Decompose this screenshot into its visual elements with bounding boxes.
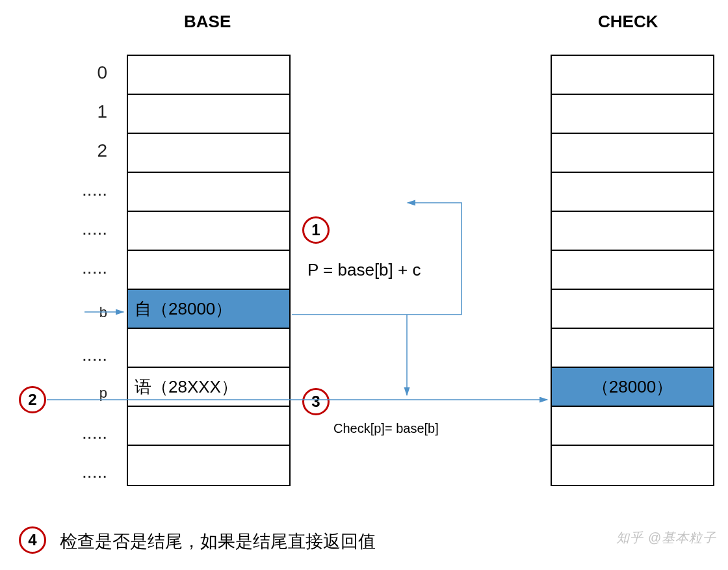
base-cell bbox=[128, 446, 289, 485]
formula-p: P = base[b] + c bbox=[307, 260, 421, 280]
check-cell bbox=[552, 329, 713, 368]
base-cell bbox=[128, 56, 289, 95]
idx-label: 1 bbox=[68, 101, 107, 122]
idx-label-p: p bbox=[68, 385, 107, 402]
base-cell bbox=[128, 407, 289, 446]
step-4-circle: 4 bbox=[19, 526, 46, 554]
base-cell bbox=[128, 251, 289, 290]
idx-label-b: b bbox=[68, 304, 107, 321]
idx-label: 2 bbox=[68, 140, 107, 161]
idx-label: 0 bbox=[68, 62, 107, 83]
idx-label: ..... bbox=[68, 344, 107, 365]
footer-text: 检查是否是结尾，如果是结尾直接返回值 bbox=[60, 530, 376, 553]
check-cell bbox=[552, 446, 713, 485]
base-cell bbox=[128, 212, 289, 251]
idx-label: ..... bbox=[68, 422, 107, 443]
check-cell bbox=[552, 212, 713, 251]
step-2-circle: 2 bbox=[19, 386, 46, 413]
check-cell bbox=[552, 173, 713, 212]
check-array: （28000） bbox=[551, 55, 714, 486]
base-cell-b: 自（28000） bbox=[128, 290, 289, 329]
check-cell-p: （28000） bbox=[552, 368, 713, 407]
check-cell bbox=[552, 407, 713, 446]
base-cell bbox=[128, 95, 289, 134]
idx-label: ..... bbox=[68, 461, 107, 482]
base-cell bbox=[128, 134, 289, 173]
check-cell bbox=[552, 251, 713, 290]
base-heading: BASE bbox=[184, 12, 231, 32]
idx-label: ..... bbox=[68, 179, 107, 200]
base-cell bbox=[128, 329, 289, 368]
base-cell-p: 语（28XXX） bbox=[128, 368, 289, 407]
base-array: 自（28000） 语（28XXX） bbox=[127, 55, 291, 486]
check-cell bbox=[552, 95, 713, 134]
base-cell bbox=[128, 173, 289, 212]
check-cell bbox=[552, 134, 713, 173]
check-cell bbox=[552, 56, 713, 95]
check-cell bbox=[552, 290, 713, 329]
check-heading: CHECK bbox=[598, 12, 658, 32]
step-3-circle: 3 bbox=[302, 388, 330, 415]
watermark: 知乎 @基本粒子 bbox=[616, 529, 716, 547]
step-1-circle: 1 bbox=[302, 216, 330, 244]
idx-label: ..... bbox=[68, 218, 107, 239]
idx-label: ..... bbox=[68, 257, 107, 278]
formula-check: Check[p]= base[b] bbox=[333, 421, 439, 436]
